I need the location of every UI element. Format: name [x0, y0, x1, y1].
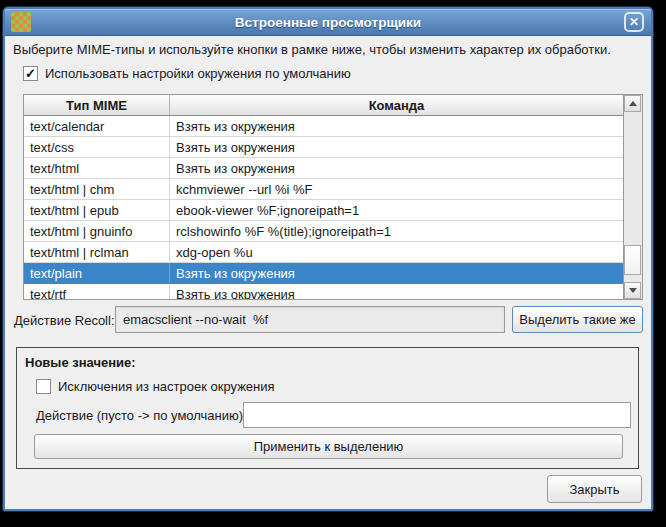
titlebar[interactable]: Встроенные просмотрщики ✕ [5, 9, 651, 36]
mime-cell[interactable]: text/html [24, 158, 170, 178]
intro-text: Выберите MIME-типы и используйте кнопки … [13, 42, 649, 57]
desktop-background: Встроенные просмотрщики ✕ Выберите MIME-… [0, 0, 666, 527]
command-cell[interactable]: Взять из окружения [170, 116, 623, 136]
checkbox-label: Исключения из настроек окружения [58, 379, 275, 394]
use-desktop-defaults-checkbox[interactable]: ✓ Использовать настройки окружения по ум… [23, 66, 351, 81]
apply-to-selection-button[interactable]: Применить к выделению [34, 434, 623, 459]
action-label: Действие (пусто -> по умолчанию) [36, 408, 243, 423]
mime-table-body: text/calendarВзять из окруженияtext/cssВ… [24, 116, 623, 299]
mime-cell[interactable]: text/html | epub [24, 200, 170, 220]
checkbox-box[interactable]: ✓ [36, 379, 51, 394]
mime-cell[interactable]: text/plain [24, 263, 170, 283]
mime-table-grid: Тип MIME Команда text/calendarВзять из о… [24, 95, 623, 299]
table-row[interactable]: text/html | gnuinforclshowinfo %F %(titl… [24, 221, 623, 242]
command-cell[interactable]: Взять из окружения [170, 137, 623, 157]
recoll-action-field[interactable] [115, 306, 505, 333]
new-values-title: Новые значение: [25, 355, 136, 370]
window-title: Встроенные просмотрщики [5, 15, 651, 30]
table-row[interactable]: text/plainВзять из окружения [24, 263, 623, 284]
new-values-groupbox: Новые значение: ✓ Исключения из настроек… [16, 347, 639, 469]
scroll-down-button[interactable] [624, 282, 641, 299]
check-icon: ✓ [25, 67, 36, 80]
close-dialog-button[interactable]: Закрыть [547, 475, 642, 503]
dialog-window: Встроенные просмотрщики ✕ Выберите MIME-… [3, 7, 653, 511]
table-row[interactable]: text/rtfВзять из окружения [24, 284, 623, 299]
mime-table-header: Тип MIME Команда [24, 95, 623, 116]
scrollbar-thumb[interactable] [624, 245, 641, 275]
exceptions-checkbox[interactable]: ✓ Исключения из настроек окружения [36, 379, 275, 394]
command-cell[interactable]: kchmviewer --url %i %F [170, 179, 623, 199]
command-cell[interactable]: Взять из окружения [170, 263, 623, 283]
command-cell[interactable]: xdg-open %u [170, 242, 623, 262]
scroll-up-button[interactable] [624, 95, 641, 112]
command-cell[interactable]: Взять из окружения [170, 158, 623, 178]
checkbox-label: Использовать настройки окружения по умол… [45, 66, 351, 81]
column-header-command[interactable]: Команда [170, 95, 623, 115]
close-icon: ✕ [629, 16, 639, 28]
column-header-mime[interactable]: Тип MIME [24, 95, 170, 115]
mime-cell[interactable]: text/html | chm [24, 179, 170, 199]
mime-cell[interactable]: text/css [24, 137, 170, 157]
table-row[interactable]: text/cssВзять из окружения [24, 137, 623, 158]
recoll-action-label: Действие Recoll: [14, 313, 115, 328]
table-row[interactable]: text/html | epubebook-viewer %F;ignoreip… [24, 200, 623, 221]
command-cell[interactable]: rclshowinfo %F %(title);ignoreipath=1 [170, 221, 623, 241]
table-scrollbar[interactable] [623, 95, 642, 299]
mime-cell[interactable]: text/html | rclman [24, 242, 170, 262]
mime-cell[interactable]: text/html | gnuinfo [24, 221, 170, 241]
scroll-down-icon [629, 288, 637, 293]
app-icon [11, 12, 31, 32]
action-input[interactable] [243, 402, 631, 428]
table-row[interactable]: text/htmlВзять из окружения [24, 158, 623, 179]
select-same-button[interactable]: Выделить такие же [512, 306, 643, 333]
scroll-up-icon [629, 101, 637, 106]
mime-table: Тип MIME Команда text/calendarВзять из о… [23, 94, 643, 300]
table-row[interactable]: text/html | chmkchmviewer --url %i %F [24, 179, 623, 200]
mime-cell[interactable]: text/rtf [24, 284, 170, 299]
checkbox-box[interactable]: ✓ [23, 66, 38, 81]
table-row[interactable]: text/calendarВзять из окружения [24, 116, 623, 137]
table-row[interactable]: text/html | rclmanxdg-open %u [24, 242, 623, 263]
command-cell[interactable]: ebook-viewer %F;ignoreipath=1 [170, 200, 623, 220]
mime-cell[interactable]: text/calendar [24, 116, 170, 136]
window-close-button[interactable]: ✕ [624, 12, 644, 32]
command-cell[interactable]: Взять из окружения [170, 284, 623, 299]
